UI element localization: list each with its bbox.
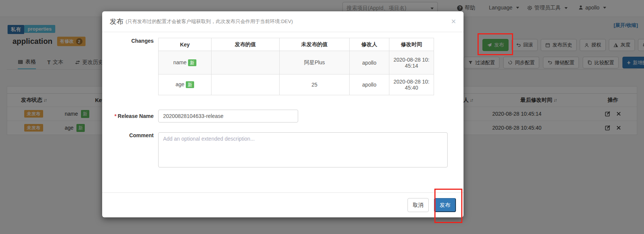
release-name-row: *Release Name [102,110,464,122]
change-modifier: apollo [350,74,389,95]
change-released-value [212,74,280,95]
release-name-label-text: Release Name [118,113,154,119]
change-time: 2020-08-28 10:45:40 [389,74,434,95]
changes-header-unreleased: 未发布的值 [280,38,350,51]
changes-header-modifier: 修改人 [350,38,389,51]
changes-table: Key 发布的值 未发布的值 修改人 修改时间 name 新 阿星Plus ap… [158,38,434,95]
changes-label: Changes [102,38,158,95]
changes-row: Changes Key 发布的值 未发布的值 修改人 修改时间 name 新 阿… [102,38,464,95]
new-badge: 新 [186,81,194,88]
annotation-box-publish-button [478,33,513,55]
change-modifier: apollo [350,51,389,74]
changes-row-name: name 新 阿星Plus apollo 2020-08-28 10:45:14 [159,51,434,74]
release-name-label: *Release Name [102,113,158,119]
modal-subtitle: (只有发布过的配置才会被客户端获取到，此次发布只会作用于当前环境:DEV) [126,18,293,25]
changes-header-time: 修改时间 [389,38,434,51]
modal-header: 发布 (只有发布过的配置才会被客户端获取到，此次发布只会作用于当前环境:DEV)… [102,11,464,32]
comment-textarea[interactable] [158,132,448,167]
comment-row: Comment [102,132,464,167]
change-released-value [212,51,280,74]
changes-header-released: 发布的值 [212,38,280,51]
cancel-button[interactable]: 取消 [408,198,429,212]
close-icon[interactable]: × [451,17,456,26]
modal-footer: 取消 发布 [102,192,464,217]
changes-header-key: Key [159,38,212,51]
change-key: age [176,81,184,87]
change-unreleased-value: 阿星Plus [280,51,350,74]
change-key: name [173,59,187,65]
release-modal: 发布 (只有发布过的配置才会被客户端获取到，此次发布只会作用于当前环境:DEV)… [102,11,464,217]
comment-label: Comment [102,132,158,167]
annotation-box-confirm-button [434,189,462,223]
new-badge: 新 [188,59,196,66]
change-time: 2020-08-28 10:45:14 [389,51,434,74]
app-window: 搜索项目(AppId、项目名) ? 帮助 Language 管理员工具 apol… [0,0,644,234]
release-name-input[interactable] [158,110,298,122]
required-asterisk: * [115,113,117,119]
changes-row-age: age 新 25 apollo 2020-08-28 10:45:40 [159,74,434,95]
change-unreleased-value: 25 [280,74,350,95]
modal-title: 发布 [110,17,123,26]
modal-body: Changes Key 发布的值 未发布的值 修改人 修改时间 name 新 阿… [102,32,464,167]
